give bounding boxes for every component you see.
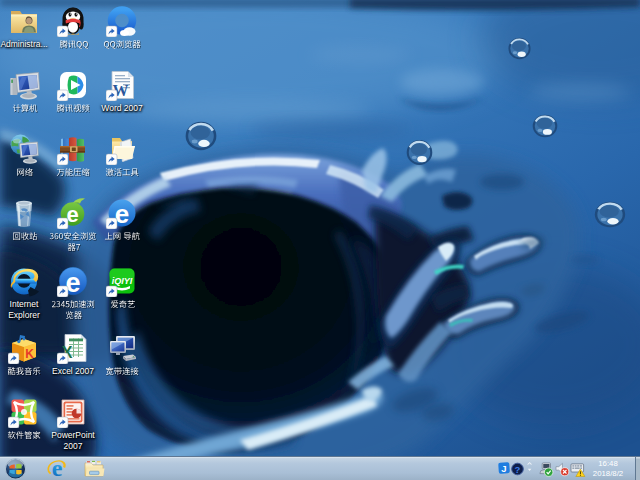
svg-text:16:48: 16:48 — [598, 459, 618, 468]
svg-text:iQIYI: iQIYI — [112, 276, 133, 286]
svg-text:2018/8/2: 2018/8/2 — [593, 469, 623, 478]
svg-text:e: e — [52, 456, 63, 480]
svg-text:K: K — [25, 347, 34, 361]
svg-text:?: ? — [515, 464, 521, 475]
svg-text:J: J — [501, 463, 506, 474]
